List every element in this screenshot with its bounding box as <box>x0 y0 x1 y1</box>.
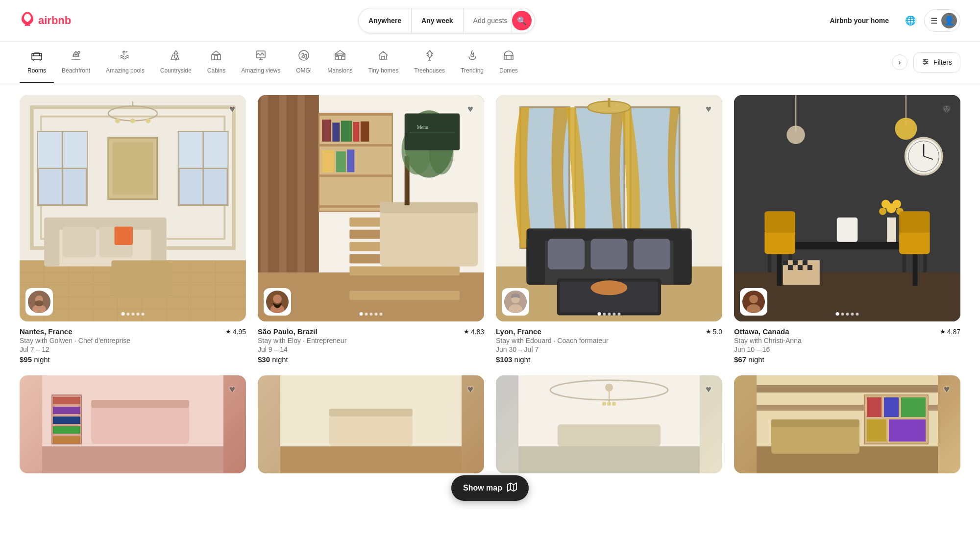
svg-rect-159 <box>798 265 803 270</box>
dots-saopaulo <box>360 312 383 316</box>
listings-grid: ♥ <box>20 95 960 364</box>
svg-point-10 <box>926 61 928 62</box>
airbnb-logo-icon <box>20 11 35 30</box>
svg-rect-86 <box>349 303 460 313</box>
filters-button[interactable]: Filters <box>913 52 960 73</box>
svg-point-139 <box>892 200 901 208</box>
logo[interactable]: airbnb <box>20 11 71 30</box>
svg-rect-77 <box>336 151 346 172</box>
listing-rating: ★ 4.83 <box>464 328 484 336</box>
svg-point-3 <box>299 50 309 60</box>
amazing-views-label: Amazing views <box>241 67 280 74</box>
star-icon: ★ <box>225 328 231 335</box>
domes-label: Domes <box>499 67 518 74</box>
svg-rect-0 <box>32 53 42 60</box>
listing-subtitle: Stay with Golwen · Chef d'entreprise <box>20 337 246 344</box>
globe-button[interactable]: 🌐 <box>901 11 920 30</box>
svg-rect-182 <box>329 409 413 417</box>
category-item-countryside[interactable]: Countryside <box>152 49 199 83</box>
airbnb-home-button[interactable]: Airbnb your home <box>822 11 897 30</box>
heart-icon: ♥ <box>467 384 473 395</box>
partial-image-4: ♥ <box>734 375 960 473</box>
partial-card-3[interactable]: ♥ <box>496 375 722 479</box>
category-item-amazing-views[interactable]: Amazing views <box>233 49 288 83</box>
category-item-domes[interactable]: Domes <box>491 49 526 83</box>
svg-rect-174 <box>53 436 80 443</box>
treehouses-label: Treehouses <box>414 67 445 74</box>
show-map-button[interactable]: Show map <box>451 475 529 491</box>
listing-location: Nantes, France <box>20 327 73 336</box>
heart-icon: ♥ <box>229 103 235 115</box>
svg-point-1 <box>78 51 80 53</box>
search-location[interactable]: Anywhere <box>359 8 412 33</box>
listing-card-saopaulo[interactable]: Menu ♥ <box>258 95 484 364</box>
search-week[interactable]: Any week <box>412 8 464 33</box>
heart-button-partial-1[interactable]: ♥ <box>224 381 240 397</box>
category-item-rooms[interactable]: Rooms <box>20 49 54 83</box>
listing-card-nantes[interactable]: ♥ <box>20 95 246 364</box>
partial-card-2[interactable]: ♥ <box>258 375 484 479</box>
heart-button-partial-2[interactable]: ♥ <box>463 381 478 397</box>
amazing-pools-icon <box>119 49 131 63</box>
svg-rect-148 <box>899 211 930 233</box>
svg-rect-40 <box>151 223 166 266</box>
svg-point-49 <box>115 118 120 123</box>
category-item-trending[interactable]: Trending <box>453 49 491 83</box>
listing-price: $67 night <box>734 355 960 364</box>
category-item-amazing-pools[interactable]: Amazing pools <box>98 49 152 83</box>
mansions-label: Mansions <box>327 67 352 74</box>
header: airbnb Anywhere Any week Add guests 🔍 Ai… <box>0 0 980 42</box>
heart-button-nantes[interactable]: ♥ <box>224 101 240 117</box>
search-bar[interactable]: Anywhere Any week Add guests 🔍 <box>358 8 535 33</box>
listing-price: $95 night <box>20 355 246 364</box>
globe-icon: 🌐 <box>905 15 916 26</box>
nav-arrow-button[interactable]: › <box>892 54 907 70</box>
listing-card-ottawa[interactable]: ♥ <box>734 95 960 364</box>
category-item-beachfront[interactable]: Beachfront <box>54 49 98 83</box>
user-menu[interactable]: ☰ 👤 <box>924 9 960 32</box>
partial-card-4[interactable]: ♥ <box>734 375 960 479</box>
svg-point-50 <box>130 118 135 123</box>
heart-button-partial-4[interactable]: ♥ <box>939 381 955 397</box>
listing-dates: Jul 9 – 14 <box>258 345 484 353</box>
svg-rect-43 <box>115 226 133 245</box>
listing-title-row: São Paulo, Brazil ★ 4.83 <box>258 327 484 336</box>
category-item-tiny-homes[interactable]: Tiny homes <box>361 49 407 83</box>
svg-rect-151 <box>902 254 906 272</box>
svg-rect-206 <box>771 419 859 427</box>
listing-card-lyon[interactable]: ♥ <box>496 95 722 364</box>
avatar: 👤 <box>941 13 957 28</box>
search-button[interactable]: 🔍 <box>512 11 532 30</box>
svg-rect-171 <box>53 407 80 414</box>
svg-rect-68 <box>319 144 392 147</box>
svg-rect-201 <box>884 397 899 417</box>
svg-point-192 <box>612 402 616 406</box>
partial-card-1[interactable]: ♥ <box>20 375 246 479</box>
cabins-icon <box>210 49 222 63</box>
svg-rect-73 <box>341 121 352 141</box>
svg-point-55 <box>35 300 44 306</box>
listing-dates: Jul 7 – 12 <box>20 345 246 353</box>
svg-point-114 <box>591 280 628 295</box>
star-icon: ★ <box>940 328 946 335</box>
host-avatar-ottawa <box>740 288 767 316</box>
category-item-mansions[interactable]: Mansions <box>319 49 360 83</box>
svg-rect-64 <box>297 95 305 272</box>
heart-button-saopaulo[interactable]: ♥ <box>463 101 478 117</box>
svg-rect-157 <box>803 260 808 265</box>
search-guests[interactable]: Add guests <box>464 8 512 33</box>
listing-image-saopaulo: Menu ♥ <box>258 95 484 321</box>
heart-button-partial-3[interactable]: ♥ <box>701 381 716 397</box>
svg-point-164 <box>749 295 758 303</box>
heart-button-ottawa[interactable]: ♥ <box>939 101 955 117</box>
category-item-cabins[interactable]: Cabins <box>199 49 233 83</box>
svg-rect-87 <box>380 205 478 267</box>
heart-icon: ♥ <box>944 384 950 395</box>
svg-rect-85 <box>349 291 460 300</box>
svg-rect-116 <box>608 98 611 107</box>
category-item-treehouses[interactable]: Treehouses <box>406 49 453 83</box>
category-item-omg[interactable]: OMG! <box>288 49 319 83</box>
listing-location: São Paulo, Brazil <box>258 327 318 336</box>
heart-button-lyon[interactable]: ♥ <box>701 101 716 117</box>
svg-rect-202 <box>901 397 926 417</box>
